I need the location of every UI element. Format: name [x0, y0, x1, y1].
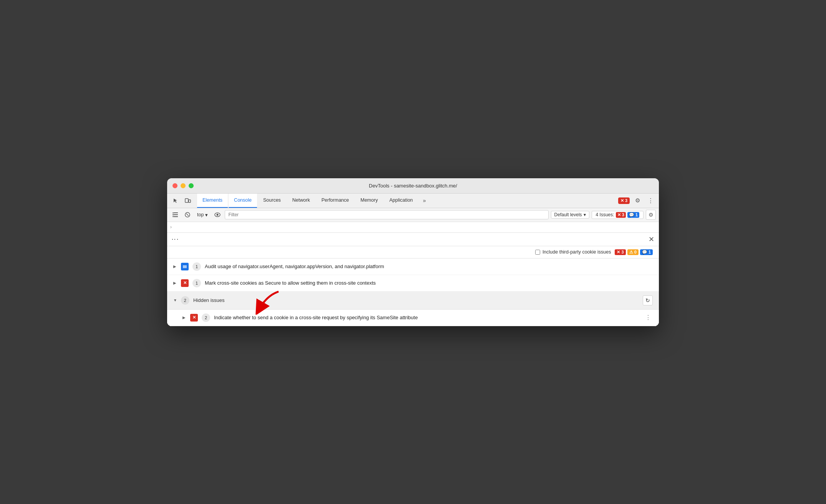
- device-toolbar-icon-button[interactable]: [182, 195, 193, 206]
- close-panel-button[interactable]: ✕: [649, 235, 654, 244]
- issue-2-type-icon: ✕: [181, 279, 189, 287]
- sub-issue-text: Indicate whether to send a cookie in a c…: [214, 315, 640, 320]
- sub-issue-type-icon: ✕: [190, 314, 198, 322]
- issue-2-text: Mark cross-site cookies as Secure to all…: [205, 280, 653, 286]
- eye-icon-button[interactable]: [212, 210, 222, 220]
- issue-1-count: 1: [192, 262, 201, 271]
- hidden-issues-count: 2: [181, 296, 189, 305]
- hidden-issues-expand-icon[interactable]: ▼: [173, 298, 177, 302]
- tab-elements[interactable]: Elements: [197, 193, 228, 208]
- svg-rect-5: [172, 212, 174, 217]
- badge-warning-icon: ⚠: [629, 250, 633, 254]
- tab-bar-right: ✕ 3 ⚙ ⋮: [618, 195, 656, 206]
- tab-application[interactable]: Application: [384, 193, 418, 208]
- error-icon: ✕: [620, 198, 624, 203]
- svg-rect-10: [183, 265, 187, 266]
- svg-line-7: [186, 214, 189, 216]
- hidden-issues-row[interactable]: ▼ 2 Hidden issues ↻: [167, 292, 659, 310]
- svg-rect-0: [185, 199, 188, 202]
- tab-performance[interactable]: Performance: [316, 193, 355, 208]
- sub-issue-expand-icon[interactable]: ▶: [182, 315, 186, 320]
- titlebar: DevTools - samesite-sandbox.glitch.me/: [167, 178, 659, 194]
- svg-rect-12: [183, 267, 187, 268]
- clear-console-button[interactable]: [182, 210, 192, 220]
- badge-info-count: 💬 1: [640, 249, 653, 255]
- issues-error-badge: ✕ 3: [616, 212, 626, 218]
- maximize-button[interactable]: [189, 183, 194, 188]
- sub-issue-samesite[interactable]: ▶ ✕ 2 Indicate whether to send a cookie …: [167, 310, 659, 326]
- issue-1-expand-icon[interactable]: ▶: [173, 264, 177, 269]
- hidden-issues-label: Hidden issues: [193, 297, 639, 303]
- issues-info-bubble-icon: 💬: [629, 212, 634, 217]
- issues-error-x-icon: ✕: [617, 212, 621, 217]
- badge-info-icon: 💬: [642, 250, 647, 254]
- more-tabs-button[interactable]: »: [419, 195, 430, 206]
- devtools-body: Elements Console Sources Network Perform…: [167, 194, 659, 326]
- close-button[interactable]: [172, 183, 177, 188]
- console-toolbar: top ▾ Default levels ▾ 4 Issues: ✕ 3: [167, 208, 659, 222]
- window-title: DevTools - samesite-sandbox.glitch.me/: [369, 183, 457, 189]
- issue-row-audit-usage[interactable]: ▶ 1 Audit usage of navigator.userAgent, …: [167, 259, 659, 275]
- issue-row-cross-site-cookies[interactable]: ▶ ✕ 1 Mark cross-site cookies as Secure …: [167, 275, 659, 292]
- svg-rect-11: [183, 266, 187, 267]
- tab-sources[interactable]: Sources: [258, 193, 286, 208]
- refresh-hidden-issues-button[interactable]: ↻: [643, 295, 653, 305]
- tab-bar: Elements Console Sources Network Perform…: [167, 194, 659, 208]
- issues-vertical-dots-icon[interactable]: ⋮: [171, 236, 179, 243]
- badge-error-icon: ✕: [617, 250, 620, 254]
- tab-network[interactable]: Network: [287, 193, 315, 208]
- issues-counter-button[interactable]: 4 Issues: ✕ 3 💬 1: [592, 211, 644, 219]
- tab-bar-icons: [170, 195, 193, 206]
- issues-panel: ⋮ ✕ Include third-party cookie issues ✕ …: [167, 233, 659, 326]
- devtools-window: DevTools - samesite-sandbox.glitch.me/: [167, 178, 659, 326]
- issues-panel-menu-row: ⋮ ✕: [167, 233, 659, 246]
- badge-error-count: ✕ 3: [615, 249, 625, 255]
- cursor-icon-button[interactable]: [170, 195, 181, 206]
- sub-issue-more-options-button[interactable]: ⋮: [644, 314, 653, 321]
- badge-warning-count: ⚠ 0: [627, 249, 639, 255]
- sub-issue-count: 2: [202, 313, 210, 322]
- issue-2-count: 1: [192, 279, 201, 287]
- error-badge: ✕ 3: [618, 197, 630, 204]
- issue-1-text: Audit usage of navigator.userAgent, navi…: [205, 264, 653, 269]
- panel-top-row: ›: [167, 222, 659, 233]
- tab-memory[interactable]: Memory: [355, 193, 383, 208]
- settings-icon-button[interactable]: ⚙: [632, 195, 643, 206]
- more-options-button[interactable]: ⋮: [645, 195, 656, 206]
- include-third-party-checkbox[interactable]: [535, 250, 540, 255]
- svg-point-9: [217, 214, 219, 216]
- log-levels-dropdown[interactable]: Default levels ▾: [551, 211, 589, 219]
- tab-console[interactable]: Console: [229, 193, 257, 208]
- issues-info-badge: 💬 1: [627, 212, 639, 218]
- titlebar-buttons: [172, 183, 194, 188]
- levels-chevron-icon: ▾: [584, 212, 586, 217]
- context-selector[interactable]: top ▾: [195, 211, 210, 219]
- svg-rect-1: [189, 200, 191, 202]
- issue-1-type-icon: [181, 263, 189, 270]
- sidebar-toggle-button[interactable]: [170, 210, 180, 220]
- issues-toolbar: Include third-party cookie issues ✕ 3 ⚠ …: [167, 246, 659, 259]
- filter-input[interactable]: [225, 210, 548, 219]
- dropdown-chevron-icon: ▾: [205, 212, 208, 218]
- console-settings-button[interactable]: ⚙: [646, 210, 656, 220]
- breadcrumb-chevron-icon[interactable]: ›: [170, 224, 172, 230]
- issue-2-expand-icon[interactable]: ▶: [173, 281, 177, 285]
- issues-count-badges: ✕ 3 ⚠ 0 💬 1: [615, 249, 653, 255]
- include-third-party-checkbox-label[interactable]: Include third-party cookie issues: [535, 249, 611, 255]
- minimize-button[interactable]: [181, 183, 186, 188]
